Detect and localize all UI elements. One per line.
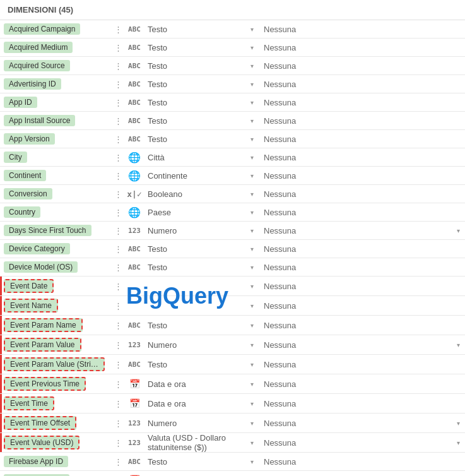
drag-dots-icon: ⋮ <box>114 98 123 107</box>
drag-handle[interactable]: ⋮ <box>112 457 125 467</box>
type-dropdown[interactable]: ▾ <box>245 458 259 465</box>
drag-dots-icon: ⋮ <box>114 282 123 291</box>
drag-handle[interactable]: ⋮ <box>112 116 125 126</box>
row-name-col: Event Param Value (String) <box>0 355 112 374</box>
type-dropdown[interactable]: ▾ <box>245 361 259 368</box>
type-dropdown[interactable]: ▾ <box>245 264 259 271</box>
drag-handle[interactable]: ⋮ <box>112 80 125 89</box>
drag-handle[interactable]: ⋮ <box>112 321 125 330</box>
drag-handle[interactable]: ⋮ <box>112 153 125 162</box>
type-dropdown[interactable]: ▾ <box>245 381 259 388</box>
type-dropdown[interactable]: ▾ <box>245 117 259 124</box>
chevron-down-icon: ▾ <box>250 44 254 51</box>
dimension-name: Acquired Medium <box>4 42 73 53</box>
row-name-col: Country <box>0 204 112 220</box>
drag-dots-icon: ⋮ <box>114 43 123 52</box>
chevron-down-icon: ▾ <box>250 264 254 271</box>
type-icon-col: 📅 <box>125 379 144 389</box>
drag-dots-icon: ⋮ <box>114 25 123 34</box>
nessuna-dropdown[interactable]: ▾ <box>451 420 465 427</box>
chevron-down-icon: ▾ <box>250 209 254 216</box>
type-icon-col: 123 <box>125 439 144 447</box>
type-dropdown[interactable]: ▾ <box>245 322 259 329</box>
type-name: Paese <box>144 208 245 217</box>
type-dropdown[interactable]: ▾ <box>245 439 259 446</box>
drag-handle[interactable]: ⋮ <box>112 189 125 199</box>
type-dropdown[interactable]: ▾ <box>245 99 259 106</box>
drag-handle[interactable]: ⋮ <box>112 98 125 107</box>
drag-dots-icon: ⋮ <box>114 189 123 199</box>
nessuna-dropdown[interactable]: ▾ <box>451 439 465 446</box>
chevron-down-icon: ▾ <box>250 154 254 161</box>
dimension-name: App ID <box>4 97 37 108</box>
drag-handle[interactable]: ⋮ <box>112 301 125 311</box>
drag-handle[interactable]: ⋮ <box>112 282 125 291</box>
row-name-col: Acquired Medium <box>0 39 112 56</box>
drag-handle[interactable]: ⋮ <box>112 134 125 144</box>
type-icon-col: ABC <box>125 360 144 369</box>
type-dropdown[interactable]: ▾ <box>245 81 259 88</box>
dimension-name: Event Previous Time <box>4 377 86 391</box>
drag-handle[interactable]: ⋮ <box>112 399 125 408</box>
chevron-down-icon: ▾ <box>250 322 254 329</box>
type-dropdown[interactable]: ▾ <box>245 227 259 234</box>
row-name-col: Event Time Offset <box>0 414 112 432</box>
type-name: Numero <box>144 419 245 428</box>
type-dropdown[interactable]: ▾ <box>245 136 259 143</box>
drag-handle[interactable]: ⋮ <box>112 61 125 71</box>
dimension-name: Firebase App ID <box>4 456 68 467</box>
dimension-name: Days Since First Touch <box>4 225 91 236</box>
drag-handle[interactable]: ⋮ <box>112 360 125 369</box>
dimension-name: Conversion <box>4 188 52 199</box>
chevron-down-icon: ▾ <box>457 420 460 427</box>
type-dropdown[interactable]: ▾ <box>245 191 259 198</box>
type-dropdown[interactable]: ▾ <box>245 342 259 348</box>
nessuna-dropdown[interactable]: ▾ <box>451 227 465 234</box>
drag-handle[interactable]: ⋮ <box>112 419 125 428</box>
chevron-down-icon: ▾ <box>250 136 254 143</box>
type-dropdown[interactable]: ▾ <box>245 302 259 309</box>
drag-handle[interactable]: ⋮ <box>112 379 125 389</box>
drag-handle[interactable]: ⋮ <box>112 171 125 181</box>
drag-handle[interactable]: ⋮ <box>112 438 125 448</box>
drag-handle[interactable]: ⋮ <box>112 340 125 350</box>
drag-dots-icon: ⋮ <box>114 321 123 330</box>
dimension-name: App Version <box>4 133 55 145</box>
type-dropdown[interactable]: ▾ <box>245 420 259 427</box>
dimension-name: Acquired Source <box>4 60 70 71</box>
nessuna-value: Nessuna <box>259 263 465 272</box>
drag-handle[interactable]: ⋮ <box>112 226 125 235</box>
row-name-col: Firebase App ID <box>0 453 112 470</box>
type-icon-col: 🌐 <box>125 206 144 218</box>
nessuna-dropdown[interactable]: ▾ <box>451 342 465 348</box>
type-dropdown[interactable]: ▾ <box>245 246 259 253</box>
drag-handle[interactable]: ⋮ <box>112 244 125 254</box>
abc-icon: ABC <box>128 135 141 143</box>
type-dropdown[interactable]: ▾ <box>245 209 259 216</box>
nessuna-value: Nessuna <box>259 244 465 254</box>
dimension-name: Event Time Offset <box>4 416 76 430</box>
type-dropdown[interactable]: ▾ <box>245 172 259 179</box>
type-dropdown[interactable]: ▾ <box>245 283 259 290</box>
type-dropdown[interactable]: ▾ <box>245 154 259 161</box>
nessuna-value: Nessuna <box>259 438 451 448</box>
table-header: DIMENSIONI (45) <box>0 0 465 20</box>
drag-handle[interactable]: ⋮ <box>112 25 125 34</box>
chevron-down-icon: ▾ <box>250 227 254 234</box>
drag-dots-icon: ⋮ <box>114 208 123 217</box>
table-row: BigQuery Event Date ⋮ ▾ Nessuna <box>0 277 465 296</box>
type-dropdown[interactable]: ▾ <box>245 44 259 51</box>
drag-handle[interactable]: ⋮ <box>112 263 125 272</box>
table-row: Event Time Offset ⋮ 123 Numero ▾ Nessuna… <box>0 414 465 433</box>
drag-handle[interactable]: ⋮ <box>112 43 125 52</box>
type-name: Testo <box>144 457 245 467</box>
type-dropdown[interactable]: ▾ <box>245 400 259 407</box>
drag-handle[interactable]: ⋮ <box>112 208 125 217</box>
table-row: Days Since First Touch ⋮ 123 Numero ▾ Ne… <box>0 222 465 240</box>
type-icon-col: ABC <box>125 25 144 33</box>
type-dropdown[interactable]: ▾ <box>245 26 259 33</box>
row-name-col: Event Time <box>0 394 112 413</box>
chevron-down-icon: ▾ <box>250 172 254 179</box>
type-dropdown[interactable]: ▾ <box>245 62 259 69</box>
chevron-down-icon: ▾ <box>250 458 254 465</box>
